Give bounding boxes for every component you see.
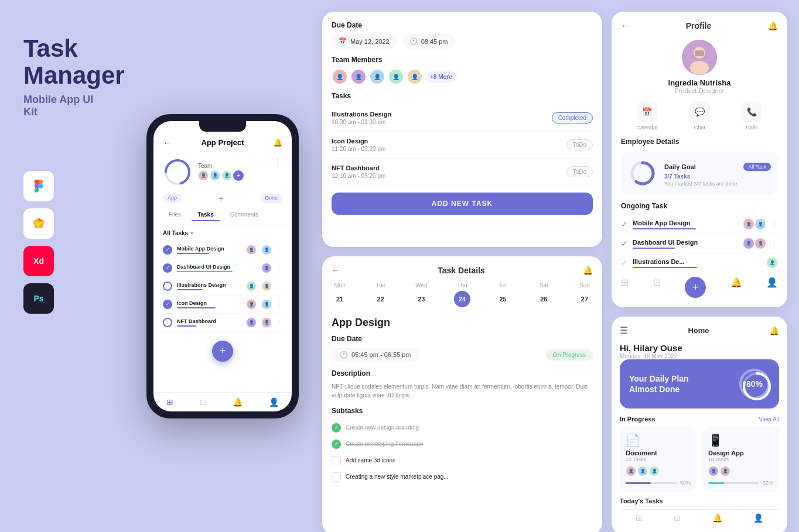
task-menu-5[interactable]: ⋮ [276,319,282,325]
design-app-icon: 📱 [708,433,773,447]
team-avatar-1: 👤 [198,170,209,181]
task-row-name-1: Illustrations Design [332,111,391,118]
goal-all-task-badge: All Task [743,163,771,171]
sketch-icon[interactable] [23,208,54,239]
profile-fab[interactable]: + [685,277,706,298]
more-members-badge[interactable]: +8 More [425,71,457,83]
task-details-back[interactable]: ← [332,266,340,275]
panel-profile: ← Profile 🔔 Ingredia Nutrisha Pro [612,12,787,307]
task-check-5[interactable] [163,318,172,327]
tabs-row: Files Tasks Comments [153,205,292,225]
add-status-btn[interactable]: + [218,194,223,203]
ongoing-item-1: ✓ Mobile App Design 👤 👤 ⋮ [621,215,778,234]
subtask-check-4[interactable] [332,472,341,482]
calls-action[interactable]: 📞 Calls [741,101,762,131]
home-nav-grid[interactable]: ⊡ [674,513,681,523]
member-2: 👤 [350,68,367,85]
ongoing-menu-1[interactable]: ⋮ [771,220,778,228]
task-check-3[interactable] [163,282,172,291]
home-nav-home[interactable]: ⊞ [636,513,643,523]
task-menu-3[interactable]: ⋮ [276,283,282,289]
due-date-row: 📅 May 12, 2022 🕐 08:45 pm [332,34,593,49]
goal-info: Daily Goal All Task 3/7 Tasks You marked… [664,160,771,187]
ongoing-avatar-1: 👤 [743,218,754,230]
ongoing-name-1: Mobile App Design [633,219,738,226]
ongoing-info-3: Illustrations De... [633,258,762,268]
status-done-btn[interactable]: Done [260,194,282,203]
more-menu-icon[interactable]: ⋮ [273,157,282,169]
document-name: Document [626,449,691,457]
task-menu-1[interactable]: ⋮ [276,246,282,253]
ongoing-menu-2[interactable]: ⋮ [771,239,778,248]
subtask-check-3[interactable] [332,456,341,465]
view-all-btn[interactable]: View All [759,416,779,423]
profile-title: Profile [686,21,712,30]
home-bell-icon[interactable]: 🔔 [769,326,779,335]
ongoing-label: Ongoing Task [621,202,778,210]
task-content-5: NFT Dashboard [177,318,241,327]
task-item-1: ✓ Mobile App Design 👤 👤 ⋮ [163,241,282,259]
task-menu-2[interactable]: ⋮ [276,265,282,271]
member-1: 👤 [332,68,348,85]
add-new-task-btn[interactable]: ADD NEW TASK [332,193,593,215]
tab-files[interactable]: Files [163,209,187,221]
subtask-2: ✓ Create prototyping homepage [332,436,593,452]
on-progress-badge: On Progress [546,349,593,361]
doc-avatar-1: 👤 [626,466,636,476]
home-header: ☰ Home 🔔 [620,325,779,336]
phone-bell-icon[interactable]: 🔔 [273,138,282,147]
task-badge-todo-2: ToDo [566,166,593,177]
profile-nav-bell[interactable]: 🔔 [730,277,742,298]
calendar-action[interactable]: 📅 Calendar [637,101,658,131]
home-nav-user[interactable]: 👤 [753,513,763,523]
phone-back-btn[interactable]: ← [163,138,172,148]
profile-nav-grid[interactable]: ⊡ [653,277,661,298]
fab-container: + [153,371,292,392]
task-bar-3 [177,289,203,290]
home-menu-icon[interactable]: ☰ [620,325,628,336]
task-bar-4 [177,307,216,308]
date-chip: 📅 May 12, 2022 [332,34,397,49]
nav-home-icon[interactable]: ⊞ [166,397,173,407]
tab-tasks[interactable]: Tasks [192,209,220,221]
task-check-4[interactable]: ✓ [163,300,172,309]
tab-comments[interactable]: Comments [224,209,264,221]
profile-bell[interactable]: 🔔 [768,21,778,30]
nav-bell-icon[interactable]: 🔔 [233,397,243,407]
design-app-tasks: 10 Tasks [708,457,773,462]
task-avatar-6: 👤 [246,299,257,310]
chat-action[interactable]: 💬 Chat [689,101,710,131]
progress-section: Team 👤 👤 👤 + ⋮ [153,153,292,191]
phone-project-title: App Project [202,138,244,147]
task-check-2[interactable]: ✓ [163,263,172,273]
status-app-btn[interactable]: App [163,194,182,203]
ongoing-item-3: ✓ Illustrations De... 👤 [621,253,778,272]
task-menu-4[interactable]: ⋮ [276,301,282,307]
due-date-section-label: Due Date [332,21,593,29]
ongoing-check-1: ✓ [621,219,628,229]
ongoing-info-1: Mobile App Design [633,219,738,229]
home-nav-bell[interactable]: 🔔 [712,513,722,523]
profile-nav-user[interactable]: 👤 [766,277,778,298]
figma-icon[interactable] [23,171,54,201]
task-content-1: Mobile App Design [177,246,241,254]
task-bar-1 [177,253,209,254]
nav-profile-icon[interactable]: 👤 [269,397,279,407]
due-date-label: Due Date [332,335,593,343]
nav-grid-icon[interactable]: ⊡ [200,397,207,407]
profile-back[interactable]: ← [621,21,629,30]
task-details-bell[interactable]: 🔔 [583,266,593,275]
xd-icon[interactable]: Xd [23,246,54,276]
calendar-icon-box: 📅 [637,101,658,122]
profile-nav-home[interactable]: ⊞ [621,277,629,298]
ps-icon[interactable]: Ps [23,283,54,314]
add-team-member-btn[interactable]: + [233,170,244,181]
day-thu[interactable]: Thu 24 [454,282,470,307]
day-sat: Sat 26 [535,282,552,307]
panel-task-details: ← Task Details 🔔 Mon 21 Tue 22 Wed [322,256,602,532]
add-task-fab[interactable]: + [212,341,233,362]
doc-fill [626,482,651,484]
task-check-1[interactable]: ✓ [163,245,172,255]
task-avatar-8: 👤 [246,317,257,328]
today-tasks-label: Today's Tasks [620,497,779,504]
